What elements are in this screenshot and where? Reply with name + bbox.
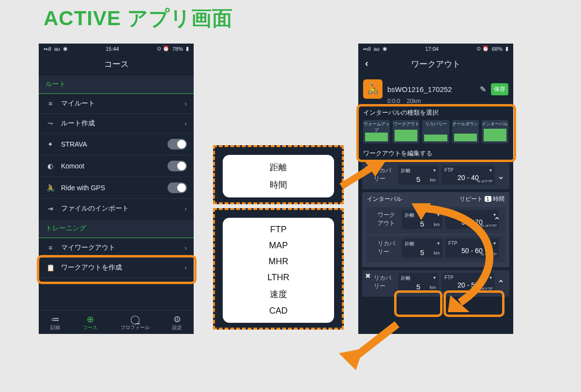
- picker-option[interactable]: MAP: [223, 238, 334, 254]
- route-create-icon: ⤳: [46, 120, 55, 127]
- delete-segment-icon[interactable]: ✖: [365, 272, 371, 280]
- ftp-field[interactable]: FTP▾ 50 - 70 % of FTP: [445, 210, 499, 229]
- row-label: マイルート: [61, 99, 179, 108]
- list-icon: ≡: [46, 100, 55, 107]
- ftp-field[interactable]: FTP▾ 50 - 60 % of FTP: [445, 239, 499, 257]
- distance-field[interactable]: 距離▾ 5 km: [398, 166, 439, 184]
- row-my-route[interactable]: ≡ マイルート ›: [39, 94, 194, 114]
- row-komoot[interactable]: ◐ Komoot: [39, 155, 194, 177]
- strava-icon: ✦: [46, 140, 55, 148]
- segment-name: リカバリー: [370, 239, 398, 256]
- picker-option[interactable]: 時間: [223, 176, 334, 194]
- collapse-up-icon[interactable]: ⌃: [497, 278, 505, 289]
- alarm-icon: ⊙ ⏰: [157, 45, 169, 52]
- alarm-icon: ⊙ ⏰: [476, 45, 489, 52]
- signal-icon: ••ıll: [44, 46, 51, 52]
- wifi-icon: ◉: [382, 45, 387, 52]
- tab-label: プロフィール: [121, 325, 150, 330]
- chevron-down-icon: ▾: [489, 167, 492, 173]
- signal-icon: ••ıll: [363, 46, 371, 52]
- picker-option[interactable]: 距離: [223, 159, 334, 176]
- save-button[interactable]: 保存: [491, 83, 508, 95]
- ridewithgps-icon: 🚴: [46, 184, 55, 192]
- chevron-right-icon: ›: [184, 205, 187, 212]
- list-icon: ≡: [46, 244, 55, 252]
- clock: 17:04: [425, 46, 439, 52]
- chip-recovery[interactable]: リカバリー: [422, 120, 449, 143]
- picker-option[interactable]: LTHR: [223, 270, 334, 286]
- row-strava[interactable]: ✦ STRAVA: [39, 134, 194, 155]
- tab-profile[interactable]: ◯̲ プロフィール: [121, 315, 150, 331]
- segment-name: ワークアウト: [370, 210, 398, 227]
- collapse-up-icon[interactable]: ⌃: [493, 215, 501, 226]
- tab-label: 設定: [172, 325, 182, 330]
- back-button[interactable]: ‹: [365, 58, 368, 69]
- section-route: ルート: [39, 75, 194, 94]
- picker-distance-time-box: 距離 時間: [213, 145, 344, 204]
- import-icon: ⇥: [46, 205, 55, 212]
- row-rwgps[interactable]: 🚴 Ride with GPS: [39, 177, 194, 199]
- clock: 15:44: [106, 46, 119, 52]
- workout-meta: 0:0:0 20km: [358, 98, 513, 105]
- distance-field[interactable]: 距離▾ 5km: [398, 273, 439, 292]
- battery-label: 68%: [492, 46, 503, 52]
- segment-card: ✖ リカバリー 距離▾ 5km FTP▾ 20 - 55 % of FTP ⌃: [362, 270, 509, 297]
- row-my-workout[interactable]: ≡ マイワークアウト ›: [39, 238, 194, 258]
- tab-bar: ≔ 記録 ⊕ コース ◯̲ プロフィール ⚙ 設定: [39, 310, 194, 334]
- nav-title: コース: [39, 54, 194, 75]
- battery-icon: ▮: [505, 45, 508, 52]
- picker-option[interactable]: CAD: [223, 303, 334, 319]
- distance-field[interactable]: 距離▾ 5km: [402, 239, 443, 257]
- chip-warmup[interactable]: ウォームアップ: [363, 120, 390, 143]
- row-label: Ride with GPS: [61, 184, 162, 192]
- phone-course: ••ıll au ◉ 15:44 ⊙ ⏰ 78% ▮ コース ルート ≡ マイル…: [39, 44, 194, 334]
- repeat-count[interactable]: 1: [485, 196, 491, 202]
- picker-metric-box: FTP MAP MHR LTHR 速度 CAD: [213, 208, 344, 330]
- ftp-field[interactable]: FTP▾ 20 - 40 % of FTP: [442, 166, 495, 184]
- toggle[interactable]: [168, 161, 187, 171]
- row-create-route[interactable]: ⤳ ルート作成 ›: [39, 114, 194, 134]
- row-import-file[interactable]: ⇥ ファイルのインポート ›: [39, 199, 194, 219]
- delete-segment-icon[interactable]: ✖: [365, 165, 371, 172]
- interval-group: インターバル リピート 1 時間 ワークアウト 距離▾ 5km FTP▾ 50 …: [362, 192, 509, 267]
- battery-icon: ▮: [186, 45, 189, 52]
- tab-label: コース: [83, 325, 97, 330]
- toggle[interactable]: [168, 182, 187, 193]
- profile-icon: ◯̲: [121, 315, 150, 324]
- tab-settings[interactable]: ⚙ 設定: [172, 315, 182, 331]
- nav-title: ‹ ワークアウト: [358, 54, 513, 75]
- repeat-label: リピート: [459, 196, 483, 202]
- chevron-right-icon: ›: [184, 120, 187, 127]
- komoot-icon: ◐: [46, 162, 55, 170]
- workout-header: 🚴 bsWO1216_170252 ✎ 保存: [358, 75, 513, 101]
- edit-icon[interactable]: ✎: [480, 85, 486, 94]
- chevron-right-icon: ›: [184, 100, 187, 107]
- interval-group-label: インターバル: [367, 195, 402, 203]
- chip-interval[interactable]: インターバル: [482, 120, 508, 143]
- interval-type-chips: ウォームアップ ワークアウト リカバリー クールダウン インターバル: [358, 118, 513, 147]
- picker-option[interactable]: 速度: [223, 286, 334, 303]
- expand-down-icon[interactable]: ⌄: [497, 171, 505, 181]
- create-workout-icon: 📋: [46, 264, 55, 271]
- tab-course[interactable]: ⊕ コース: [83, 315, 97, 331]
- row-create-workout[interactable]: 📋 ワークアウトを作成 ›: [39, 258, 194, 278]
- ftp-field[interactable]: FTP▾ 20 - 55 % of FTP: [442, 273, 495, 292]
- picker-option[interactable]: MHR: [223, 254, 334, 270]
- workout-name: bsWO1216_170252: [387, 85, 475, 93]
- chip-workout[interactable]: ワークアウト: [393, 120, 419, 143]
- row-label: STRAVA: [61, 140, 162, 148]
- row-label: マイワークアウト: [61, 243, 179, 252]
- row-label: ファイルのインポート: [61, 204, 179, 213]
- chip-cooldown[interactable]: クールダウン: [452, 120, 479, 143]
- wifi-icon: ◉: [63, 45, 68, 52]
- toggle[interactable]: [168, 139, 187, 150]
- tab-record[interactable]: ≔ 記録: [50, 315, 60, 331]
- picker-option[interactable]: FTP: [223, 222, 334, 238]
- picker-distance-time[interactable]: 距離 時間: [223, 155, 334, 197]
- distance-field[interactable]: 距離▾ 5km: [402, 210, 443, 229]
- row-label: ワークアウトを作成: [61, 263, 179, 272]
- page-title: ACTIVE アプリ画面: [44, 5, 233, 32]
- chevron-right-icon: ›: [184, 264, 187, 271]
- picker-metric[interactable]: FTP MAP MHR LTHR 速度 CAD: [223, 218, 334, 323]
- nav-title-text: ワークアウト: [411, 60, 460, 69]
